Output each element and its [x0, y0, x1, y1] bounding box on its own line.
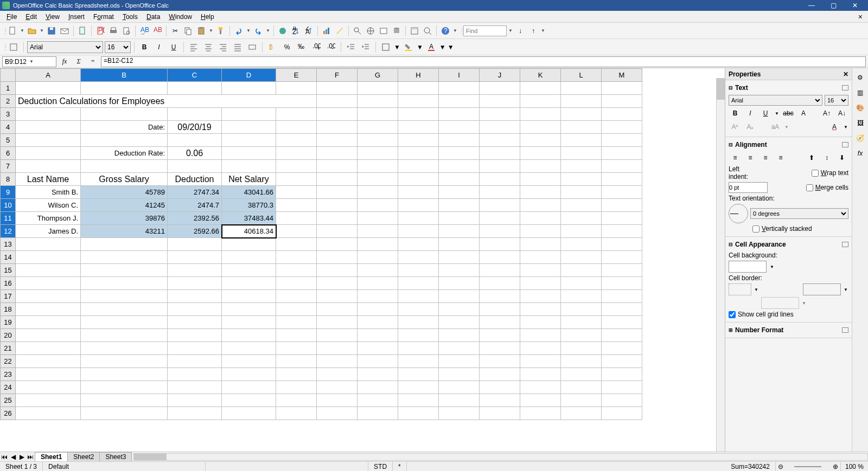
align-justify-button[interactable]	[231, 41, 244, 53]
cell-L5[interactable]	[561, 134, 602, 147]
cell-L13[interactable]	[561, 238, 602, 251]
cell-H26[interactable]	[398, 407, 439, 420]
find-next-button[interactable]: ↓	[514, 25, 526, 37]
properties-close-button[interactable]: ✕	[843, 70, 848, 78]
cell-J10[interactable]	[480, 199, 520, 212]
find-replace-button[interactable]	[352, 25, 363, 37]
cell-G16[interactable]	[358, 277, 398, 290]
copy-button[interactable]	[182, 25, 194, 37]
sum-button[interactable]: Σ	[73, 56, 85, 67]
cell-B26[interactable]	[81, 407, 168, 420]
find-prev-button[interactable]: ↑	[527, 25, 539, 37]
cell-H15[interactable]	[398, 264, 439, 277]
cell-A14[interactable]	[16, 251, 81, 264]
cell-M10[interactable]	[602, 199, 642, 212]
cell-C6[interactable]: 0.06	[168, 147, 222, 160]
menu-file[interactable]: File	[2, 12, 21, 22]
cell-E3[interactable]	[276, 108, 317, 121]
section-appearance-header[interactable]: ⊟Cell Appearance	[729, 239, 848, 250]
cell-L10[interactable]	[561, 199, 602, 212]
cell-E22[interactable]	[276, 355, 317, 368]
cell-B16[interactable]	[81, 277, 168, 290]
cell-A1[interactable]	[16, 82, 81, 95]
col-header-F[interactable]: F	[317, 69, 358, 82]
prop-wrap-checkbox[interactable]: Wrap text	[812, 169, 848, 177]
row-header-3[interactable]: 3	[1, 108, 16, 121]
cell-B22[interactable]	[81, 355, 168, 368]
prop-valign-bot[interactable]: ⬇	[835, 152, 848, 164]
prop-border-preset[interactable]	[729, 283, 751, 295]
cell-J7[interactable]	[480, 160, 520, 173]
cell-L23[interactable]	[561, 368, 602, 381]
sidebar-properties-icon[interactable]: ▥	[854, 87, 866, 99]
cell-F19[interactable]	[317, 316, 358, 329]
cell-I9[interactable]	[439, 186, 480, 199]
cell-I26[interactable]	[439, 407, 480, 420]
row-header-23[interactable]: 23	[1, 368, 16, 381]
vertical-scrollbar[interactable]	[716, 78, 725, 451]
cell-M15[interactable]	[602, 264, 642, 277]
cell-L14[interactable]	[561, 251, 602, 264]
row-header-14[interactable]: 14	[1, 251, 16, 264]
cell-C13[interactable]	[168, 238, 222, 251]
fmt-grip[interactable]: ⋮	[2, 43, 5, 51]
cell-C18[interactable]	[168, 303, 222, 316]
cell-B13[interactable]	[81, 238, 168, 251]
cell-H1[interactable]	[398, 82, 439, 95]
cell-J13[interactable]	[480, 238, 520, 251]
select-all-corner[interactable]	[1, 69, 16, 82]
sidebar-settings-icon[interactable]: ⚙	[854, 72, 866, 83]
prop-valign-top[interactable]: ⬆	[805, 152, 818, 164]
cell-K25[interactable]	[520, 394, 561, 407]
cell-G4[interactable]	[358, 121, 398, 134]
cell-D7[interactable]	[222, 160, 276, 173]
cell-F13[interactable]	[317, 238, 358, 251]
cell-E13[interactable]	[276, 238, 317, 251]
cell-G21[interactable]	[358, 342, 398, 355]
spellcheck-button[interactable]: ABC	[138, 25, 150, 37]
cell-H25[interactable]	[398, 394, 439, 407]
toolbar-grip[interactable]: ⋮	[2, 27, 5, 35]
bg-color-dropdown[interactable]: ▼	[417, 43, 423, 51]
underline-button[interactable]: U	[167, 41, 180, 53]
cell-M1[interactable]	[602, 82, 642, 95]
add-decimal-button[interactable]: .00+	[310, 41, 323, 53]
cell-L7[interactable]	[561, 160, 602, 173]
cell-D3[interactable]	[222, 108, 276, 121]
cell-E6[interactable]	[276, 147, 317, 160]
cell-K17[interactable]	[520, 290, 561, 303]
sort-desc-button[interactable]: ZA	[303, 25, 315, 37]
status-sum[interactable]: Sum=340242	[725, 462, 776, 471]
new-button[interactable]	[7, 25, 18, 37]
cell-G25[interactable]	[358, 394, 398, 407]
row-header-11[interactable]: 11	[1, 212, 16, 225]
cell-M11[interactable]	[602, 212, 642, 225]
cell-J22[interactable]	[480, 355, 520, 368]
cell-G18[interactable]	[358, 303, 398, 316]
cell-E23[interactable]	[276, 368, 317, 381]
cell-B15[interactable]	[81, 264, 168, 277]
prop-super-button[interactable]: Aᵃ	[729, 121, 742, 133]
sidebar-styles-icon[interactable]: 🎨	[854, 102, 866, 114]
menu-help[interactable]: Help	[196, 12, 219, 22]
cell-A15[interactable]	[16, 264, 81, 277]
cell-C7[interactable]	[168, 160, 222, 173]
cell-C22[interactable]	[168, 355, 222, 368]
sheet-nav-next[interactable]: ▶	[17, 453, 26, 461]
cell-L4[interactable]	[561, 121, 602, 134]
prop-valign-mid[interactable]: ↕	[820, 152, 833, 164]
cell-D19[interactable]	[222, 316, 276, 329]
cell-D1[interactable]	[222, 82, 276, 95]
cell-I18[interactable]	[439, 303, 480, 316]
cell-K19[interactable]	[520, 316, 561, 329]
print-button[interactable]	[107, 25, 119, 37]
col-header-J[interactable]: J	[480, 69, 520, 82]
cell-B8[interactable]: Gross Salary	[81, 173, 168, 186]
col-header-K[interactable]: K	[520, 69, 561, 82]
row-header-1[interactable]: 1	[1, 82, 16, 95]
cell-M16[interactable]	[602, 277, 642, 290]
cell-C24[interactable]	[168, 381, 222, 394]
cell-A7[interactable]	[16, 160, 81, 173]
cell-J4[interactable]	[480, 121, 520, 134]
cell-H18[interactable]	[398, 303, 439, 316]
